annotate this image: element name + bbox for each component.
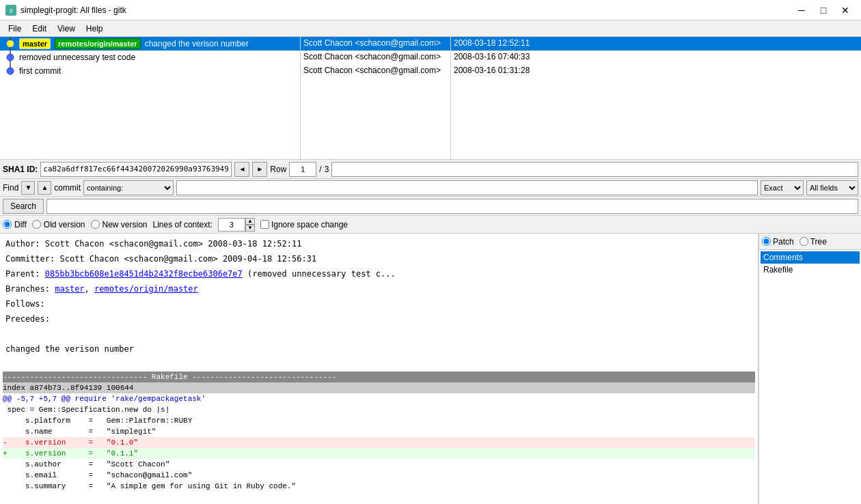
search-input[interactable] [46, 199, 858, 214]
exact-select[interactable]: Exact IgnCase Regexp [761, 180, 804, 195]
graph-dot [4, 51, 16, 64]
context-input[interactable] [218, 218, 245, 232]
menu-file[interactable]: File [3, 23, 27, 35]
commit-type-select[interactable]: containing: touching paths: added/remove… [83, 180, 174, 195]
diff-options-bar: Diff Old version New version Lines of co… [0, 216, 861, 234]
newver-radio-group[interactable]: New version [91, 220, 148, 229]
context-up-button[interactable]: ▲ [245, 218, 255, 225]
oldver-label: Old version [44, 220, 85, 229]
search-bar: Search [0, 197, 861, 216]
minimize-button[interactable]: ─ [791, 0, 812, 20]
author-column: Scott Chacon <schacon@gmail.com> Scott C… [301, 37, 451, 159]
tree-radio[interactable] [800, 237, 808, 246]
next-nav-button[interactable]: ► [252, 162, 267, 177]
svg-point-0 [7, 40, 14, 47]
lines-label: Lines of context: [153, 220, 213, 229]
diff-code-line: s.author = "Scott Chacon" [3, 459, 755, 470]
commit-message-display [3, 326, 755, 341]
menu-view[interactable]: View [52, 23, 81, 35]
find-text-input[interactable] [176, 180, 758, 195]
precedes-info: Precedes: [3, 311, 755, 326]
file-tree: Comments Rakefile [759, 250, 861, 504]
patch-label: Patch [773, 237, 794, 247]
file-item-comments[interactable]: Comments [761, 251, 860, 264]
date-cell: 2008-03-16 01:31:28 [451, 64, 861, 78]
branches-info: Branches: master, remotes/origin/master [3, 281, 755, 296]
diff-code-line: spec = Gem::Specification.new do |s| [3, 404, 755, 415]
find-up-button[interactable]: ▲ [38, 181, 51, 195]
ignore-space-checkbox-label[interactable]: Ignore space change [260, 220, 348, 229]
author-cell: Scott Chacon <schacon@gmail.com> [301, 37, 450, 51]
menu-help[interactable]: Help [81, 23, 109, 35]
branch-label-origin: remotes/origin/master [55, 38, 141, 49]
oldver-radio[interactable] [32, 220, 41, 229]
maximize-button[interactable]: □ [813, 0, 834, 20]
sha-bar: SHA1 ID: ◄ ► Row / 3 [0, 160, 861, 179]
commit-area: master remotes/origin/master changed the… [0, 37, 861, 160]
svg-point-6 [7, 68, 14, 74]
sha-input[interactable] [40, 162, 232, 177]
oldver-radio-group[interactable]: Old version [32, 220, 85, 229]
prev-nav-button[interactable]: ◄ [234, 162, 249, 177]
row-total: 3 [325, 165, 329, 174]
patch-radio-label[interactable]: Patch [762, 237, 794, 247]
commit-message-text: changed the verison number [3, 341, 755, 356]
main-area: master remotes/origin/master changed the… [0, 37, 861, 504]
bottom-split: Author: Scott Chacon <schacon@gmail.com>… [0, 234, 861, 504]
diff-label: Diff [14, 220, 27, 229]
branch-origin-link[interactable]: remotes/origin/master [94, 284, 198, 294]
find-down-button[interactable]: ▼ [21, 181, 35, 195]
diff-radio[interactable] [3, 220, 12, 229]
parent-link[interactable]: 085bb3bcb608e1e8451d4b2432f8ecbe6306e7e7 [45, 269, 243, 279]
row-input[interactable] [289, 162, 316, 177]
diff-area[interactable]: Author: Scott Chacon <schacon@gmail.com>… [0, 234, 758, 504]
tree-label: Tree [810, 237, 827, 247]
titlebar-title: simplegit-progit: All files - gitk [20, 5, 126, 15]
patch-tree-bar: Patch Tree [759, 234, 861, 250]
right-panel: Patch Tree Comments Rakefile [758, 234, 861, 504]
author-cell: Scott Chacon <schacon@gmail.com> [301, 51, 450, 64]
file-item-rakefile[interactable]: Rakefile [761, 264, 860, 276]
row-separator: / [319, 165, 321, 174]
graph-dot [4, 64, 16, 78]
graph-dot [4, 37, 16, 51]
context-down-button[interactable]: ▼ [245, 225, 255, 232]
diff-code-line: s.platform = Gem::Platform::RUBY [3, 415, 755, 426]
diff-added-line: + s.version = "0.1.1" [3, 448, 755, 459]
commit-row[interactable]: first commit [0, 64, 300, 78]
find-input-sha[interactable] [331, 162, 858, 177]
branch-label-master: master [19, 38, 51, 49]
commit-row[interactable]: removed unnecessary test code [0, 51, 300, 64]
newver-radio[interactable] [91, 220, 100, 229]
diff-index: index a874b73..8f94139 100644 [3, 382, 755, 393]
diff-code-line: s.summary = "A simple gem for using Git … [3, 481, 755, 492]
diff-removed-line: - s.version = "0.1.0" [3, 437, 755, 448]
branch-master-link[interactable]: master [55, 284, 84, 294]
date-cell: 2008-03-18 12:52:11 [451, 37, 861, 51]
ignore-space-label: Ignore space change [271, 220, 348, 229]
titlebar-controls: ─ □ ✕ [791, 0, 856, 20]
close-button[interactable]: ✕ [835, 0, 856, 20]
tree-radio-label[interactable]: Tree [800, 237, 827, 247]
ignore-space-checkbox[interactable] [260, 220, 269, 229]
author-cell: Scott Chacon <schacon@gmail.com> [301, 64, 450, 78]
commit-row[interactable]: master remotes/origin/master changed the… [0, 37, 300, 51]
menu-edit[interactable]: Edit [27, 23, 52, 35]
newver-label: New version [102, 220, 148, 229]
diff-hunk: @@ -5,7 +5,7 @@ require 'rake/gempackage… [3, 393, 755, 404]
diff-radio-group[interactable]: Diff [3, 220, 27, 229]
find-bar: Find ▼ ▲ commit containing: touching pat… [0, 179, 861, 197]
menubar: File Edit View Help [0, 20, 861, 37]
context-spin-buttons: ▲ ▼ [245, 218, 255, 232]
commit-message: removed unnecessary test code [19, 53, 135, 62]
titlebar-left: g simplegit-progit: All files - gitk [5, 5, 126, 16]
find-label: Find [3, 183, 18, 193]
patch-radio[interactable] [762, 237, 771, 246]
spacer [3, 356, 755, 372]
search-button[interactable]: Search [3, 199, 44, 214]
committer-info: Committer: Scott Chacon <schacon@gmail.c… [3, 251, 755, 266]
fields-select[interactable]: All fields Headline Comments Author Comm… [806, 180, 858, 195]
date-cell: 2008-03-16 07:40:33 [451, 51, 861, 64]
commit-label: commit [54, 183, 81, 193]
graph-column: master remotes/origin/master changed the… [0, 37, 301, 159]
